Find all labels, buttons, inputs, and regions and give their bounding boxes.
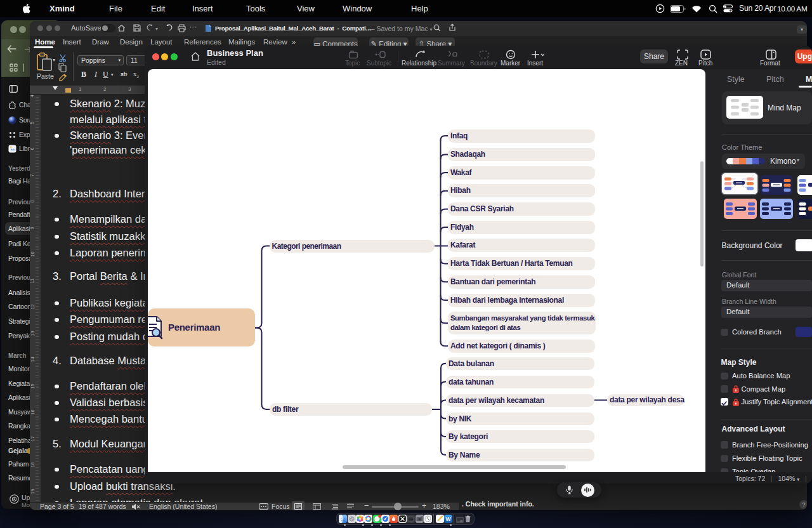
svg-text:W: W bbox=[446, 516, 452, 522]
